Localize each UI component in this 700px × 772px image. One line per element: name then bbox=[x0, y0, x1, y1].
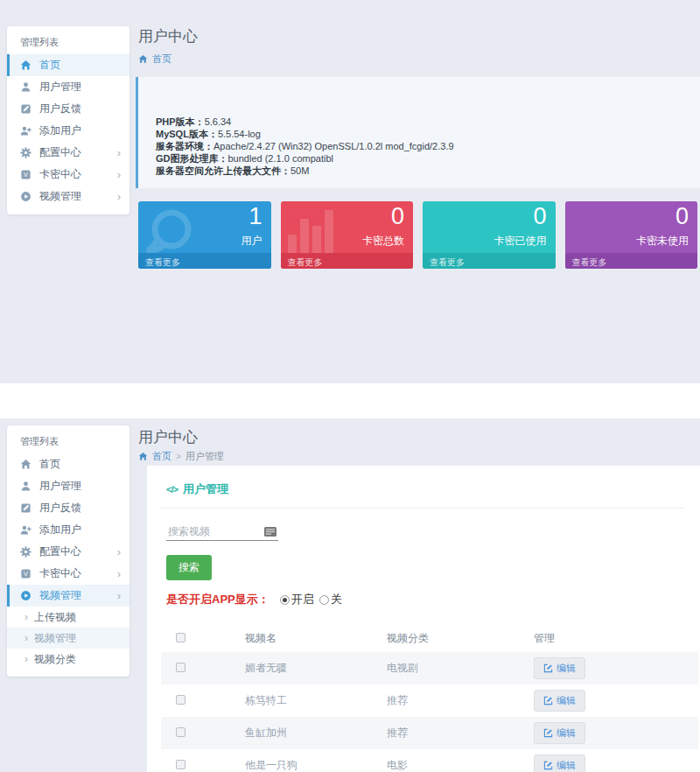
column-header-manage: 管理 bbox=[534, 625, 698, 652]
row-checkbox[interactable] bbox=[176, 695, 186, 705]
video-category: 电影 bbox=[387, 749, 534, 772]
table-header-row: 视频名 视频分类 管理 bbox=[161, 625, 698, 652]
sidebar-item-user-feedback[interactable]: 用户反馈 bbox=[7, 497, 130, 519]
sidebar-item-label: 用户管理 bbox=[39, 80, 81, 95]
select-all-checkbox[interactable] bbox=[176, 633, 186, 642]
svg-text:V: V bbox=[24, 171, 28, 179]
sidebar-item-config-center[interactable]: 配置中心 › bbox=[7, 541, 130, 563]
radio-off[interactable] bbox=[319, 595, 329, 605]
row-checkbox[interactable] bbox=[176, 663, 186, 672]
chat-bubble-icon bbox=[145, 208, 203, 257]
sidebar-item-home[interactable]: 首页 bbox=[7, 54, 130, 76]
page-title: 用户中心 bbox=[138, 26, 198, 46]
sidebar-item-video-management[interactable]: 视频管理 › bbox=[7, 585, 130, 607]
play-circle-icon bbox=[20, 590, 32, 602]
radio-on[interactable] bbox=[280, 595, 290, 605]
keyboard-icon bbox=[264, 527, 276, 537]
sidebar-item-home[interactable]: 首页 bbox=[7, 453, 130, 475]
card-key-icon: V bbox=[20, 169, 32, 181]
sidebar-item-card-center[interactable]: V 卡密中心 › bbox=[7, 164, 130, 186]
bar-chart-icon bbox=[288, 208, 339, 259]
table-row: 他是一只狗 电影 编辑 bbox=[161, 749, 698, 772]
server-info-line: MySQL版本：5.5.54-log bbox=[156, 128, 700, 140]
edit-button[interactable]: 编辑 bbox=[534, 657, 585, 679]
chevron-right-icon: › bbox=[117, 568, 121, 579]
sidebar-item-card-center[interactable]: V 卡密中心 › bbox=[7, 563, 130, 585]
play-circle-icon bbox=[20, 191, 32, 203]
chevron-right-icon: › bbox=[24, 653, 28, 665]
server-info-line: 服务器空间允许上传最大文件：50M bbox=[156, 165, 700, 177]
table-row: 鱼缸加州 推荐 编辑 bbox=[161, 717, 698, 749]
sidebar-item-label: 卡密中心 bbox=[39, 566, 81, 581]
column-header-video-name: 视频名 bbox=[245, 625, 387, 652]
sidebar-item-label: 卡密中心 bbox=[39, 167, 81, 182]
sidebar-item-label: 首页 bbox=[39, 58, 60, 73]
stat-card-users: 1 用户 查看更多 bbox=[138, 201, 271, 269]
gear-icon bbox=[20, 147, 32, 159]
panel-title: </> 用户管理 bbox=[161, 481, 684, 497]
card-label: 卡密总数 bbox=[362, 234, 404, 249]
chevron-right-icon: › bbox=[117, 546, 121, 558]
view-more-link[interactable]: 查看更多 bbox=[423, 253, 556, 269]
sidebar-item-label: 用户管理 bbox=[39, 479, 81, 494]
sidebar-item-add-user[interactable]: 添加用户 bbox=[7, 519, 130, 541]
video-category: 推荐 bbox=[387, 684, 534, 717]
view-more-link[interactable]: 查看更多 bbox=[565, 253, 698, 269]
edit-button[interactable]: 编辑 bbox=[534, 690, 585, 712]
radio-on-label: 开启 bbox=[291, 592, 314, 607]
breadcrumb-home-link[interactable]: 首页 bbox=[152, 53, 172, 66]
pencil-icon bbox=[543, 663, 553, 673]
search-button[interactable]: 搜索 bbox=[166, 555, 212, 580]
sidebar-subitem-label: 视频管理 bbox=[34, 631, 76, 646]
card-label: 卡密已使用 bbox=[494, 234, 547, 249]
chevron-right-icon: › bbox=[117, 191, 121, 202]
sidebar-item-add-user[interactable]: 添加用户 bbox=[7, 120, 130, 142]
breadcrumb-separator: > bbox=[176, 452, 181, 461]
sidebar-item-user-management[interactable]: 用户管理 bbox=[7, 475, 130, 497]
sidebar-item-video-management[interactable]: 视频管理 › bbox=[7, 186, 130, 207]
video-table: 视频名 视频分类 管理 媚者无疆 电视剧 编辑 栋笃特工 推荐 编辑 bbox=[161, 625, 698, 772]
sidebar-subitem-video-management[interactable]: › 视频管理 bbox=[7, 628, 130, 649]
sidebar-item-label: 视频管理 bbox=[39, 189, 81, 204]
edit-button[interactable]: 编辑 bbox=[534, 754, 585, 772]
sidebar: 管理列表 首页 用户管理 用户反馈 添加用户 配置中心 › V 卡密中心 › bbox=[7, 425, 130, 677]
sidebar-item-label: 用户反馈 bbox=[39, 102, 81, 116]
sidebar-header: 管理列表 bbox=[7, 425, 130, 453]
sidebar-header: 管理列表 bbox=[7, 26, 130, 54]
stat-card-card-used: 0 卡密已使用 查看更多 bbox=[423, 201, 556, 269]
gear-icon bbox=[20, 546, 32, 558]
home-icon bbox=[138, 452, 148, 461]
radio-off-label: 关 bbox=[331, 592, 342, 607]
breadcrumb-current: 用户管理 bbox=[186, 450, 224, 463]
sidebar-item-label: 添加用户 bbox=[39, 123, 81, 138]
home-icon bbox=[20, 60, 32, 72]
sidebar-item-user-feedback[interactable]: 用户反馈 bbox=[7, 98, 130, 120]
sidebar: 管理列表 首页 用户管理 用户反馈 添加用户 配置中心 › V 卡密中心 › bbox=[7, 26, 130, 214]
view-more-link[interactable]: 查看更多 bbox=[281, 253, 414, 269]
card-value: 0 bbox=[676, 203, 689, 230]
code-icon: </> bbox=[166, 484, 178, 495]
card-value: 1 bbox=[248, 203, 262, 230]
breadcrumb: 首页 bbox=[138, 53, 172, 66]
card-key-icon: V bbox=[20, 568, 32, 580]
divider bbox=[161, 508, 684, 509]
stat-card-card-unused: 0 卡密未使用 查看更多 bbox=[565, 201, 698, 269]
sidebar-subitem-video-category[interactable]: › 视频分类 bbox=[7, 649, 130, 670]
video-name: 媚者无疆 bbox=[245, 652, 387, 684]
chevron-right-icon: › bbox=[24, 632, 28, 644]
server-info-line: 服务器环境：Apache/2.4.27 (Win32) OpenSSL/1.0.… bbox=[156, 140, 700, 152]
pencil-icon bbox=[543, 696, 553, 705]
stat-cards-row: 1 用户 查看更多 0 卡密总数 查看更多 0 卡密已使用 查看更多 0 卡密未… bbox=[138, 201, 697, 269]
breadcrumb-home-link[interactable]: 首页 bbox=[152, 450, 172, 463]
sidebar-item-label: 添加用户 bbox=[39, 523, 81, 537]
edit-button[interactable]: 编辑 bbox=[534, 722, 585, 744]
row-checkbox[interactable] bbox=[176, 727, 186, 737]
sidebar-item-config-center[interactable]: 配置中心 › bbox=[7, 142, 130, 164]
view-more-link[interactable]: 查看更多 bbox=[138, 253, 271, 269]
sidebar-item-user-management[interactable]: 用户管理 bbox=[7, 76, 130, 98]
row-checkbox[interactable] bbox=[176, 760, 186, 769]
sidebar-subitem-upload-video[interactable]: › 上传视频 bbox=[7, 607, 130, 628]
chevron-right-icon: › bbox=[24, 611, 28, 623]
search-input[interactable] bbox=[166, 523, 278, 541]
sidebar-subitem-label: 上传视频 bbox=[34, 610, 76, 625]
